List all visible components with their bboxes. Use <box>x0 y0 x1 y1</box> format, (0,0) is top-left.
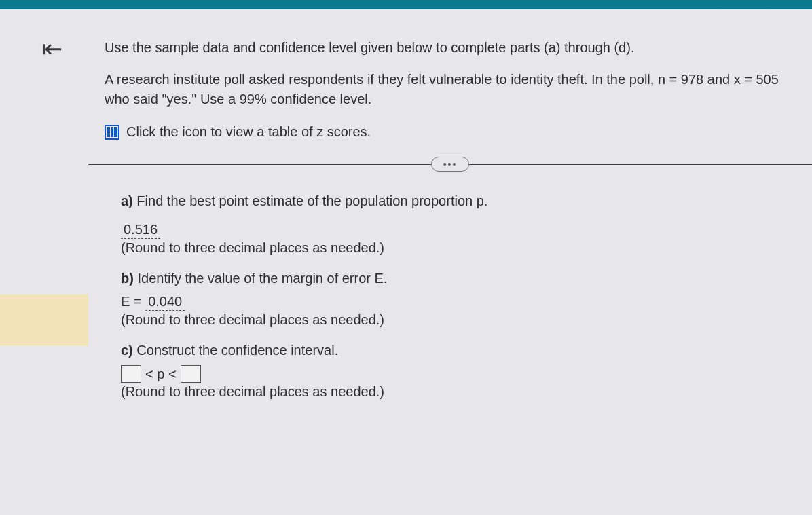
main-layout: ⇤ Use the sample data and confidence lev… <box>0 9 812 515</box>
part-c-label: c) <box>121 343 133 358</box>
expand-pill[interactable]: ••• <box>431 157 469 172</box>
part-b-equation: E = 0.040 <box>121 293 785 311</box>
part-c-hint: (Round to three decimal places as needed… <box>121 384 785 400</box>
collapse-icon[interactable]: ⇤ <box>0 37 88 61</box>
description-text: A research institute poll asked responde… <box>105 70 785 109</box>
part-a-label: a) <box>121 193 133 208</box>
part-a-answer[interactable]: 0.516 <box>121 221 160 239</box>
table-icon <box>105 125 119 140</box>
z-score-link-text: Click the icon to view a table of z scor… <box>126 124 371 140</box>
part-b-hint: (Round to three decimal places as needed… <box>121 312 785 328</box>
part-c: c) Construct the confidence interval. <box>121 343 785 358</box>
ci-lower-input[interactable] <box>121 365 141 383</box>
question-body: a) Find the best point estimate of the p… <box>105 193 785 400</box>
ci-mid-label: < p < <box>145 366 177 382</box>
part-a: a) Find the best point estimate of the p… <box>121 193 785 209</box>
left-column: ⇤ <box>0 9 88 515</box>
step-highlight <box>0 294 88 345</box>
part-b-eq-left: E = <box>121 294 142 309</box>
intro-text: Use the sample data and confidence level… <box>105 38 785 58</box>
z-score-link-row[interactable]: Click the icon to view a table of z scor… <box>105 124 785 140</box>
section-divider: ••• <box>88 164 812 165</box>
part-c-text: Construct the confidence interval. <box>136 343 338 358</box>
content-area: Use the sample data and confidence level… <box>88 9 812 515</box>
part-a-text: Find the best point estimate of the popu… <box>136 193 487 208</box>
part-b: b) Identify the value of the margin of e… <box>121 271 785 286</box>
app-top-bar <box>0 0 812 9</box>
part-b-answer[interactable]: 0.040 <box>145 293 185 311</box>
part-b-text: Identify the value of the margin of erro… <box>137 271 387 286</box>
ci-upper-input[interactable] <box>181 365 201 383</box>
part-a-hint: (Round to three decimal places as needed… <box>121 240 785 256</box>
part-c-interval: < p < <box>121 365 785 383</box>
part-b-label: b) <box>121 271 134 286</box>
